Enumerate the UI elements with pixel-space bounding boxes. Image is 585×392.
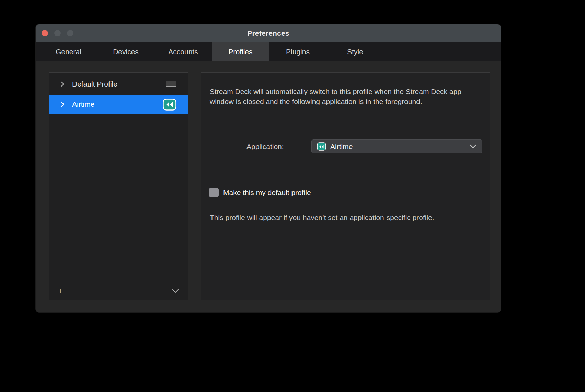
window-title: Preferences	[247, 29, 289, 37]
make-default-checkbox[interactable]	[209, 188, 219, 197]
profiles-list-footer: + −	[49, 284, 188, 300]
tab-devices[interactable]: Devices	[97, 42, 154, 61]
profile-footnote: This profile will appear if you haven’t …	[210, 212, 484, 222]
profile-row-label: Default Profile	[72, 80, 166, 88]
chevron-right-icon[interactable]	[60, 101, 65, 108]
minimize-window-button[interactable]	[54, 30, 61, 36]
chevron-right-icon[interactable]	[60, 81, 65, 88]
titlebar[interactable]: Preferences	[36, 24, 501, 42]
make-default-label: Make this my default profile	[223, 188, 311, 197]
profile-detail-panel: Stream Deck will automatically switch to…	[201, 72, 490, 300]
profile-row-label: Airtime	[72, 100, 163, 108]
make-default-row[interactable]: Make this my default profile	[209, 188, 311, 197]
airtime-app-icon	[317, 142, 326, 151]
remove-profile-button[interactable]: −	[66, 287, 78, 296]
profile-row-airtime[interactable]: Airtime	[49, 95, 188, 114]
tab-plugins[interactable]: Plugins	[269, 42, 326, 61]
add-profile-button[interactable]: +	[55, 287, 66, 296]
application-dropdown-value: Airtime	[330, 142, 470, 151]
chevron-down-icon	[470, 144, 477, 149]
tab-style[interactable]: Style	[326, 42, 384, 61]
preferences-window: Preferences General Devices Accounts Pro…	[35, 24, 501, 313]
profiles-list: Default Profile Airtime	[49, 75, 188, 115]
profiles-list-panel: Default Profile Airtime	[49, 72, 188, 300]
airtime-app-icon	[163, 99, 176, 111]
application-dropdown[interactable]: Airtime	[311, 139, 482, 153]
content-area: Default Profile Airtime	[36, 61, 501, 312]
tab-accounts[interactable]: Accounts	[154, 42, 212, 61]
profile-description: Stream Deck will automatically switch to…	[210, 87, 478, 106]
tab-general[interactable]: General	[40, 42, 97, 61]
zoom-window-button[interactable]	[67, 30, 73, 36]
chevron-down-icon[interactable]	[172, 289, 179, 293]
tab-profiles[interactable]: Profiles	[212, 42, 269, 61]
close-window-button[interactable]	[42, 30, 48, 36]
traffic-lights	[42, 24, 73, 42]
reorder-handle-icon[interactable]	[166, 81, 176, 87]
profile-row-default[interactable]: Default Profile	[49, 75, 188, 93]
application-label: Application:	[246, 142, 284, 151]
tab-bar: General Devices Accounts Profiles Plugin…	[36, 42, 501, 61]
